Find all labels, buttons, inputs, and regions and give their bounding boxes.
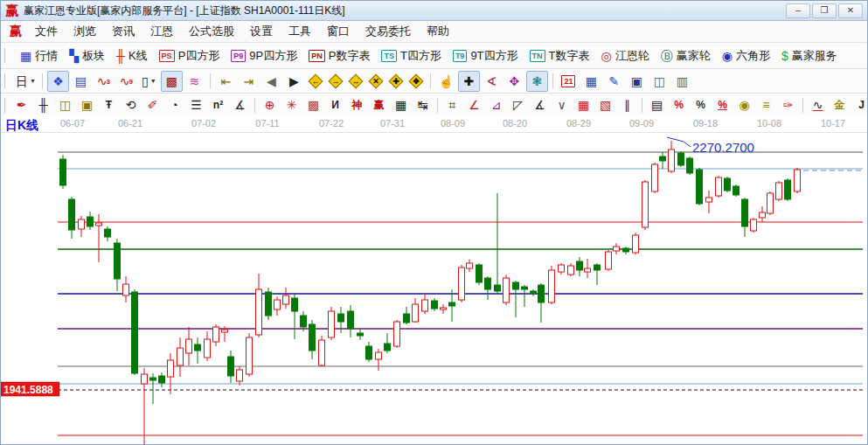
f-ruler-button[interactable]: Ŧ xyxy=(98,94,120,115)
t-number-table-button[interactable]: TNT数字表 xyxy=(525,46,594,66)
compress-all-button[interactable]: ✥ xyxy=(409,74,423,88)
sectors-button[interactable]: ▚板块 xyxy=(65,46,109,66)
menu-item[interactable]: 设置 xyxy=(242,22,281,41)
candle-style-dropdown-icon[interactable]: ▼ xyxy=(150,73,156,90)
t-square-button[interactable]: TST四方形 xyxy=(377,46,445,66)
remote-pc-button[interactable]: ▥ xyxy=(671,71,693,92)
trend-angles-button[interactable]: ∡ xyxy=(529,94,551,115)
gold-circle-button[interactable]: ◉ xyxy=(733,94,755,115)
compress-horizontal-button[interactable]: ↔ xyxy=(349,74,363,88)
candlestick-plot[interactable]: 2270.27001941.5888 xyxy=(1,115,867,445)
kline-button[interactable]: ╫K线 xyxy=(112,46,152,66)
wave-9-button[interactable]: ∿9 xyxy=(115,71,137,92)
crosshair-button[interactable]: ✚ xyxy=(458,71,480,92)
volume-distribution-button[interactable]: ≋ xyxy=(184,71,205,92)
grid-star-button[interactable]: ▩ xyxy=(302,94,324,115)
winner-service-button[interactable]: $赢家服务 xyxy=(777,46,842,66)
arrow-brush-button[interactable]: ✑ xyxy=(777,94,799,115)
close-button[interactable]: ✕ xyxy=(838,3,863,18)
n-wave-button[interactable]: И xyxy=(324,94,346,115)
percent-lines-button[interactable]: % xyxy=(712,94,733,115)
compress-left-button[interactable]: ← xyxy=(309,74,323,88)
brush-icon: ✒ xyxy=(17,96,27,114)
jump-last-button[interactable]: ⇥ xyxy=(238,71,260,92)
menu-item[interactable]: 公式选股 xyxy=(181,22,242,41)
menu-item[interactable]: 帮助 xyxy=(419,22,457,41)
memo-button[interactable]: ✎ xyxy=(603,71,625,92)
9p-square-button[interactable]: P99P四方形 xyxy=(226,46,302,66)
gann-wheel-button[interactable]: ◎江恩轮 xyxy=(597,46,654,66)
next-bar-button[interactable]: ▶ xyxy=(283,71,305,92)
9t-square-button[interactable]: T99T四方形 xyxy=(448,46,523,66)
compress-right-button[interactable]: → xyxy=(329,74,343,88)
gann-fan-button[interactable]: ∠ xyxy=(463,94,485,115)
minimize-button[interactable]: – xyxy=(786,3,810,18)
menu-item[interactable]: 资讯 xyxy=(104,22,142,41)
menu-item[interactable]: 文件 xyxy=(27,22,66,41)
period-day-button[interactable]: 日▼ xyxy=(14,71,38,92)
span-arrows-button[interactable]: ↹ xyxy=(412,94,434,115)
kline-chart-panel[interactable]: 日K线 06-0706-2107-0207-1107-2207-3108-090… xyxy=(1,115,867,445)
grid-123-button[interactable]: ▦ xyxy=(390,94,412,115)
menu-item[interactable]: 交易委托 xyxy=(358,22,419,41)
zigzag-button[interactable]: ∨ xyxy=(551,94,573,115)
gold-grid-b-button[interactable]: ▣ xyxy=(76,94,98,115)
menu-item[interactable]: 浏览 xyxy=(66,22,104,41)
smart-analysis-button[interactable]: ❃ xyxy=(526,71,548,92)
calculator-button[interactable]: ▦ xyxy=(580,71,602,92)
pattern-window-button[interactable]: ▩ xyxy=(161,71,183,92)
drag-hand-button[interactable]: ☝ xyxy=(435,71,457,92)
p-number-table-button[interactable]: PNP数字表 xyxy=(304,46,374,66)
menu-item[interactable]: 窗口 xyxy=(319,22,358,41)
n-square-button[interactable]: n² xyxy=(207,94,229,115)
p-square-button[interactable]: PSP四方形 xyxy=(155,46,225,66)
candle-style-button[interactable]: ▯▼ xyxy=(138,71,160,92)
brush-button[interactable]: ✒ xyxy=(10,94,32,115)
gann-comb-button[interactable]: ╫ xyxy=(32,94,54,115)
speed-fan-button[interactable]: ◸ xyxy=(507,94,529,115)
red-lattice-button[interactable]: ▦ xyxy=(573,94,594,115)
time-comb-button[interactable]: ☰ xyxy=(185,94,207,115)
jump-first-icon: ⇤ xyxy=(221,73,232,90)
menu-item[interactable]: 工具 xyxy=(281,22,319,41)
shen-tool-button[interactable]: 神 xyxy=(346,94,368,115)
circle-cross-button[interactable]: ⊕ xyxy=(259,94,281,115)
gold-text-button[interactable]: 金 xyxy=(829,94,851,115)
gann-box-fan-button[interactable]: ⊿ xyxy=(485,94,507,115)
compress-cross-button[interactable]: ✚ xyxy=(389,74,403,88)
gold-grid-a-button[interactable]: ◫ xyxy=(54,94,76,115)
maximize-button[interactable]: ❐ xyxy=(812,3,837,18)
hexagon-button[interactable]: ◉六角形 xyxy=(718,46,774,66)
winner-wheel-button[interactable]: Ⓑ赢家轮 xyxy=(656,46,715,66)
spiral-button[interactable]: ⟲ xyxy=(120,94,142,115)
candle-body xyxy=(142,374,148,384)
period-day-dropdown-icon[interactable]: ▼ xyxy=(30,73,36,90)
compress-diagonal-button[interactable]: ✕ xyxy=(369,74,383,88)
ray-star-button[interactable]: ✳ xyxy=(281,94,302,115)
target-ruler-button[interactable]: ▤ xyxy=(646,94,668,115)
measure-angle-button[interactable]: ∢ xyxy=(481,71,503,92)
j-angle-button[interactable]: J xyxy=(851,94,868,115)
quotes-button[interactable]: ▦行情 xyxy=(16,46,62,66)
time-clock-button[interactable]: ◔ xyxy=(163,94,185,115)
prev-bar-button[interactable]: ◀ xyxy=(260,71,282,92)
parallel-lines-button[interactable]: ∥ xyxy=(616,94,638,115)
gann-flower-button[interactable]: ✥ xyxy=(503,71,525,92)
jump-first-button[interactable]: ⇤ xyxy=(215,71,237,92)
gold-wave-button[interactable]: ∿ xyxy=(807,94,829,115)
angle-ruler-button[interactable]: ∡ xyxy=(229,94,251,115)
multi-chart-button[interactable]: ❖ xyxy=(47,71,69,92)
net-save-button[interactable]: ◫ xyxy=(649,71,670,92)
save-disk-button[interactable]: ▣ xyxy=(626,71,648,92)
price-frame-button[interactable]: ⌗ xyxy=(441,94,463,115)
ying-tool-button[interactable]: 赢 xyxy=(368,94,390,115)
red-lattice-arrow-button[interactable]: ▧ xyxy=(594,94,616,115)
menu-item[interactable]: 江恩 xyxy=(142,22,181,41)
marker-pen-button[interactable]: ✐ xyxy=(142,94,163,115)
wave-3-button[interactable]: ∿3 xyxy=(93,71,115,92)
gold-levels-button[interactable]: ≡ xyxy=(755,94,777,115)
percent-plain-button[interactable]: % xyxy=(690,94,712,115)
percent-retrace-button[interactable]: % xyxy=(668,94,690,115)
info-panel-button[interactable]: ▤ xyxy=(70,71,92,92)
calendar-21-button[interactable]: 21 xyxy=(558,71,580,92)
